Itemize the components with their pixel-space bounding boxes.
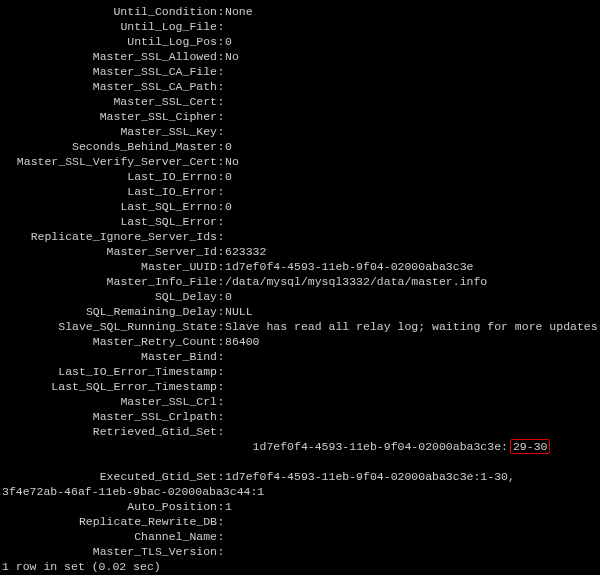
- status-row: Master_SSL_Allowed:No: [2, 49, 598, 64]
- field-value: [225, 184, 598, 199]
- field-value: 0: [225, 34, 598, 49]
- status-row: Master_Server_Id:623332: [2, 244, 598, 259]
- field-value: 0: [225, 139, 598, 154]
- field-label: Master_Info_File: [2, 274, 217, 289]
- separator: :: [217, 529, 225, 544]
- status-row: SQL_Delay:0: [2, 289, 598, 304]
- highlight-box: 29-30: [510, 439, 551, 454]
- field-value: [225, 19, 598, 34]
- field-label: Last_IO_Errno: [2, 169, 217, 184]
- status-row: Replicate_Rewrite_DB:: [2, 514, 598, 529]
- separator: :: [217, 94, 225, 109]
- field-value: [225, 79, 598, 94]
- status-row: Master_SSL_Key:: [2, 124, 598, 139]
- field-label: Until_Log_File: [2, 19, 217, 34]
- gtid-prefix: 1d7ef0f4-4593-11eb-9f04-02000aba3c3e:: [253, 440, 508, 453]
- separator: :: [217, 274, 225, 289]
- field-value: [225, 229, 598, 244]
- field-value: [225, 109, 598, 124]
- field-value: [225, 379, 598, 394]
- field-value: /data/mysql/mysql3332/data/master.info: [225, 274, 598, 289]
- field-value: 0: [225, 169, 598, 184]
- separator: :: [217, 544, 225, 559]
- field-value: [225, 364, 598, 379]
- field-label: Seconds_Behind_Master: [2, 139, 217, 154]
- field-label: Master_SSL_Crlpath: [2, 409, 217, 424]
- status-rows: Until_Condition:NoneUntil_Log_File:Until…: [2, 4, 598, 424]
- status-row: Master_SSL_CA_Path:: [2, 79, 598, 94]
- field-value: No: [225, 49, 598, 64]
- status-row: Until_Log_File:: [2, 19, 598, 34]
- executed-gtid-continuation: 3f4e72ab-46af-11eb-9bac-02000aba3c44:1: [2, 484, 598, 499]
- field-value: 0: [225, 289, 598, 304]
- separator: :: [217, 19, 225, 34]
- separator: :: [217, 304, 225, 319]
- field-label: Auto_Position: [2, 499, 217, 514]
- executed-gtid-row: Executed_Gtid_Set : 1d7ef0f4-4593-11eb-9…: [2, 469, 598, 484]
- field-value: 1d7ef0f4-4593-11eb-9f04-02000aba3c3e:29-…: [225, 424, 598, 469]
- field-label: Master_TLS_Version: [2, 544, 217, 559]
- field-label: SQL_Remaining_Delay: [2, 304, 217, 319]
- field-label: SQL_Delay: [2, 289, 217, 304]
- field-label: Slave_SQL_Running_State: [2, 319, 217, 334]
- separator: :: [217, 49, 225, 64]
- separator: :: [217, 154, 225, 169]
- retrieved-gtid-row: Retrieved_Gtid_Set : 1d7ef0f4-4593-11eb-…: [2, 424, 598, 469]
- field-value: None: [225, 4, 598, 19]
- field-value: [225, 94, 598, 109]
- status-row: Until_Log_Pos:0: [2, 34, 598, 49]
- status-row: Master_SSL_Verify_Server_Cert:No: [2, 154, 598, 169]
- status-row: Last_SQL_Errno:0: [2, 199, 598, 214]
- status-row: Last_SQL_Error_Timestamp:: [2, 379, 598, 394]
- separator: :: [217, 169, 225, 184]
- status-row: Last_IO_Error_Timestamp:: [2, 364, 598, 379]
- status-row: Seconds_Behind_Master:0: [2, 139, 598, 154]
- separator: :: [217, 469, 225, 484]
- field-value: [225, 64, 598, 79]
- separator: :: [217, 139, 225, 154]
- status-row: Last_IO_Errno:0: [2, 169, 598, 184]
- field-value: 1: [225, 499, 598, 514]
- field-value: Slave has read all relay log; waiting fo…: [225, 319, 598, 334]
- separator: :: [217, 229, 225, 244]
- field-value: NULL: [225, 304, 598, 319]
- field-label: Master_SSL_Crl: [2, 394, 217, 409]
- status-row: Channel_Name:: [2, 529, 598, 544]
- status-row: Master_SSL_Crl:: [2, 394, 598, 409]
- separator: :: [217, 124, 225, 139]
- field-value: [225, 124, 598, 139]
- status-row: SQL_Remaining_Delay:NULL: [2, 304, 598, 319]
- field-label: Last_SQL_Errno: [2, 199, 217, 214]
- gtid-line2: 3f4e72ab-46af-11eb-9bac-02000aba3c44:1: [2, 484, 598, 499]
- status-row: Master_Retry_Count:86400: [2, 334, 598, 349]
- field-label: Until_Log_Pos: [2, 34, 217, 49]
- separator: :: [217, 334, 225, 349]
- field-label: Master_UUID: [2, 259, 217, 274]
- result-footer: 1 row in set (0.02 sec): [2, 559, 598, 574]
- separator: :: [217, 409, 225, 424]
- field-value: 0: [225, 199, 598, 214]
- separator: :: [217, 514, 225, 529]
- field-label: Master_SSL_Verify_Server_Cert: [2, 154, 217, 169]
- field-value: [225, 349, 598, 364]
- status-row: Last_IO_Error:: [2, 184, 598, 199]
- field-label: Master_Bind: [2, 349, 217, 364]
- status-row: Master_SSL_CA_File:: [2, 64, 598, 79]
- status-row: Master_TLS_Version:: [2, 544, 598, 559]
- field-value: [225, 409, 598, 424]
- field-value: 1d7ef0f4-4593-11eb-9f04-02000aba3c3e:1-3…: [225, 469, 598, 484]
- status-row: Master_SSL_Cipher:: [2, 109, 598, 124]
- separator: :: [217, 259, 225, 274]
- field-value: No: [225, 154, 598, 169]
- separator: :: [217, 499, 225, 514]
- status-row: Slave_SQL_Running_State:Slave has read a…: [2, 319, 598, 334]
- field-label: Master_SSL_Cert: [2, 94, 217, 109]
- field-value: [225, 214, 598, 229]
- field-label: Last_IO_Error_Timestamp: [2, 364, 217, 379]
- separator: :: [217, 79, 225, 94]
- field-value: 623332: [225, 244, 598, 259]
- separator: :: [217, 34, 225, 49]
- field-value: [225, 529, 598, 544]
- field-label: Replicate_Ignore_Server_Ids: [2, 229, 217, 244]
- status-rows-2: Auto_Position:1Replicate_Rewrite_DB:Chan…: [2, 499, 598, 559]
